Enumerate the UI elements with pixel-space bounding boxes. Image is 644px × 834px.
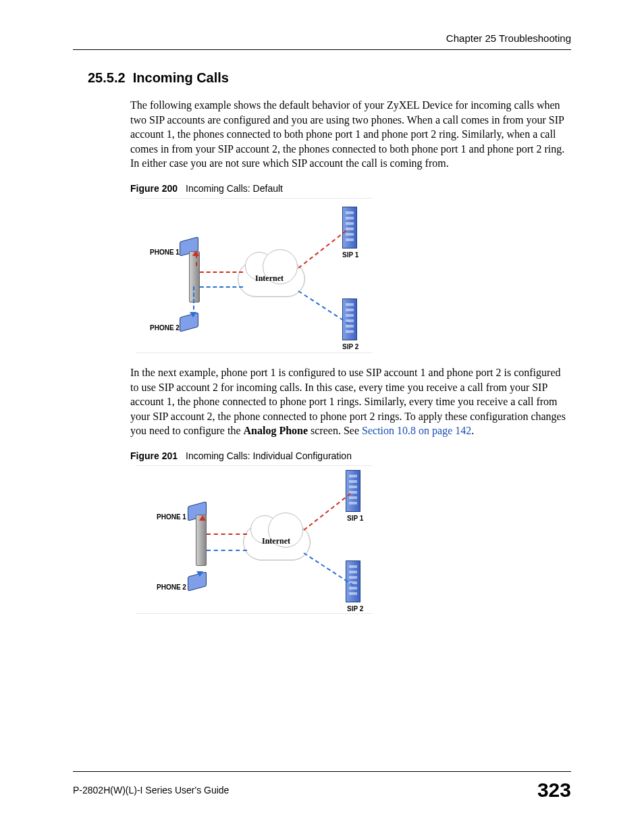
connection-line <box>207 533 247 535</box>
paragraph-2: In the next example, phone port 1 is con… <box>130 365 571 438</box>
internet-label: Internet <box>262 536 290 546</box>
para2-bold: Analog Phone <box>244 425 308 436</box>
phone-2-label: PHONE 2 <box>150 324 180 332</box>
page-footer: P-2802H(W)(L)-I Series User's Guide 323 <box>73 771 571 802</box>
page-header: Chapter 25 Troubleshooting <box>73 32 571 50</box>
sip-2-label: SIP 2 <box>342 343 358 350</box>
section-heading: 25.5.2 Incoming Calls <box>88 70 571 86</box>
para2-text-post: . <box>471 425 474 436</box>
page-number: 323 <box>537 779 571 802</box>
phone-2-label: PHONE 2 <box>157 583 186 591</box>
connection-line <box>207 550 247 551</box>
paragraph-1: The following example shows the default … <box>130 98 571 171</box>
figure-1-number: Figure 200 <box>130 183 178 194</box>
phone-1-label: PHONE 1 <box>157 513 186 521</box>
router-icon <box>189 251 200 303</box>
footer-guide-title: P-2802H(W)(L)-I Series User's Guide <box>73 785 229 796</box>
section-number: 25.5.2 <box>88 70 126 85</box>
figure-2-diagram: PHONE 1 PHONE 2 Internet SIP 1 SIP 2 <box>136 465 373 614</box>
sip-1-server-icon <box>342 207 357 249</box>
sip-2-server-icon <box>342 298 357 340</box>
sip-1-label: SIP 1 <box>342 251 358 259</box>
connection-line <box>298 230 346 269</box>
internet-label: Internet <box>255 273 284 284</box>
figure-1-title: Incoming Calls: Default <box>186 183 283 194</box>
arrow-icon <box>190 312 196 321</box>
figure-2-caption: Figure 201Incoming Calls: Individual Con… <box>130 450 571 461</box>
sip-1-label: SIP 1 <box>347 515 363 522</box>
arrow-icon <box>192 247 199 256</box>
connection-line <box>200 271 243 273</box>
router-icon <box>196 515 207 566</box>
cross-reference-link[interactable]: Section 10.8 on page 142 <box>362 425 471 436</box>
figure-1-diagram: PHONE 1 PHONE 2 Internet SIP 1 SIP 2 <box>136 198 373 353</box>
sip-2-label: SIP 2 <box>347 605 363 613</box>
para2-text-mid: screen. See <box>308 425 362 436</box>
chapter-label: Chapter 25 Troubleshooting <box>446 32 571 44</box>
figure-1-caption: Figure 200Incoming Calls: Default <box>130 183 571 194</box>
sip-1-server-icon <box>346 470 360 512</box>
phone-1-label: PHONE 1 <box>150 249 180 256</box>
figure-2-number: Figure 201 <box>130 450 178 461</box>
arrow-icon <box>196 571 203 580</box>
figure-2-title: Incoming Calls: Individual Configuration <box>186 450 352 461</box>
connection-line <box>200 286 243 288</box>
connection-line <box>303 493 351 531</box>
arrow-icon <box>199 512 206 521</box>
section-title: Incoming Calls <box>133 70 229 85</box>
